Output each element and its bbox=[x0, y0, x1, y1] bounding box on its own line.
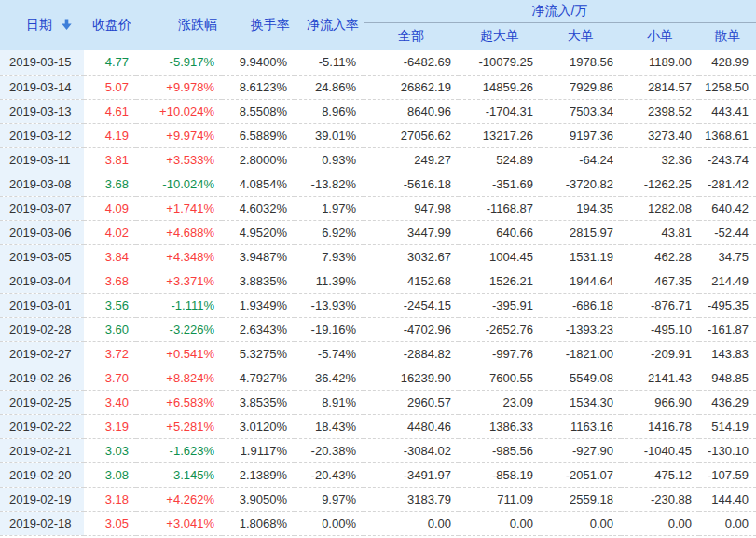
table-body: 2019-03-154.77-5.917%9.9400%-5.11%-6482.… bbox=[0, 50, 756, 535]
cell-turnover: 6.5889% bbox=[222, 123, 295, 147]
cell-inflow-rate: -19.16% bbox=[295, 317, 364, 341]
cell-all: 26862.19 bbox=[364, 75, 459, 99]
cell-all: 249.27 bbox=[364, 147, 459, 172]
cell-super-large: -351.69 bbox=[459, 172, 541, 196]
cell-large: 1978.56 bbox=[541, 50, 621, 75]
cell-inflow-rate: 8.91% bbox=[295, 390, 364, 414]
cell-large: 5549.08 bbox=[541, 366, 621, 390]
cell-retail: 214.49 bbox=[699, 269, 756, 293]
cell-inflow-rate: 9.97% bbox=[295, 487, 364, 511]
cell-retail: -243.74 bbox=[699, 147, 756, 172]
table-row: 2019-03-145.07+9.978%8.6123%24.86%26862.… bbox=[0, 75, 756, 99]
cell-large: 1534.30 bbox=[541, 390, 621, 414]
cell-inflow-rate: 8.96% bbox=[295, 99, 364, 123]
cell-super-large: 0.00 bbox=[459, 511, 541, 535]
cell-turnover: 3.9050% bbox=[222, 487, 295, 511]
table-row: 2019-02-183.05+3.041%1.8068%0.00%0.000.0… bbox=[0, 511, 756, 535]
cell-change: +3.371% bbox=[136, 269, 222, 293]
cell-small: 1282.08 bbox=[621, 196, 699, 220]
col-header-date[interactable]: 日期 bbox=[0, 0, 84, 50]
cell-inflow-rate: 36.42% bbox=[295, 366, 364, 390]
cell-turnover: 3.8835% bbox=[222, 269, 295, 293]
cell-retail: -130.10 bbox=[699, 438, 756, 462]
cell-retail: 0.00 bbox=[699, 511, 756, 535]
cell-all: 8640.96 bbox=[364, 99, 459, 123]
cell-date: 2019-02-22 bbox=[0, 414, 84, 438]
cell-small: 2814.57 bbox=[621, 75, 699, 99]
cell-retail: -281.42 bbox=[699, 172, 756, 196]
cell-change: +5.281% bbox=[136, 414, 222, 438]
cell-change: -10.024% bbox=[136, 172, 222, 196]
table-row: 2019-03-113.81+3.533%2.8000%0.93%249.275… bbox=[0, 147, 756, 172]
cell-change: +3.533% bbox=[136, 147, 222, 172]
cell-small: -475.12 bbox=[621, 462, 699, 487]
cell-close: 4.77 bbox=[84, 50, 136, 75]
cell-small: -495.10 bbox=[621, 317, 699, 341]
cell-large: -64.24 bbox=[541, 147, 621, 172]
cell-close: 3.40 bbox=[84, 390, 136, 414]
col-header-close: 收盘价 bbox=[84, 0, 136, 50]
cell-turnover: 1.9349% bbox=[222, 293, 295, 317]
cell-inflow-rate: 6.92% bbox=[295, 220, 364, 244]
cell-small: -876.71 bbox=[621, 293, 699, 317]
cell-close: 3.68 bbox=[84, 172, 136, 196]
cell-change: +4.262% bbox=[136, 487, 222, 511]
cell-large: 1163.16 bbox=[541, 414, 621, 438]
cell-date: 2019-03-15 bbox=[0, 50, 84, 75]
cell-inflow-rate: -20.43% bbox=[295, 462, 364, 487]
cell-small: -209.91 bbox=[621, 341, 699, 366]
cell-change: +6.583% bbox=[136, 390, 222, 414]
cell-super-large: 1004.45 bbox=[459, 244, 541, 269]
cell-retail: 436.29 bbox=[699, 390, 756, 414]
cell-small: 1416.78 bbox=[621, 414, 699, 438]
cell-small: 2398.52 bbox=[621, 99, 699, 123]
cell-retail: -495.35 bbox=[699, 293, 756, 317]
cell-close: 3.08 bbox=[84, 462, 136, 487]
cell-all: 947.98 bbox=[364, 196, 459, 220]
cell-close: 3.56 bbox=[84, 293, 136, 317]
cell-turnover: 4.9520% bbox=[222, 220, 295, 244]
cell-close: 3.19 bbox=[84, 414, 136, 438]
cell-change: +9.978% bbox=[136, 75, 222, 99]
cell-retail: 640.42 bbox=[699, 196, 756, 220]
cell-close: 3.81 bbox=[84, 147, 136, 172]
stock-flow-table: 日期 收盘价 涨跌幅 换手率 净流入率 净流入/万 全部 超大单 大单 小单 散… bbox=[0, 0, 756, 536]
cell-inflow-rate: 0.00% bbox=[295, 511, 364, 535]
sort-descending-arrow-icon[interactable] bbox=[61, 19, 73, 31]
cell-turnover: 3.8535% bbox=[222, 390, 295, 414]
cell-super-large: 711.09 bbox=[459, 487, 541, 511]
cell-all: -3084.02 bbox=[364, 438, 459, 462]
cell-all: 4152.68 bbox=[364, 269, 459, 293]
cell-change: +9.974% bbox=[136, 123, 222, 147]
cell-large: 7929.86 bbox=[541, 75, 621, 99]
table-row: 2019-02-203.08-3.145%2.1389%-20.43%-3491… bbox=[0, 462, 756, 487]
cell-super-large: 7600.55 bbox=[459, 366, 541, 390]
cell-all: 3447.99 bbox=[364, 220, 459, 244]
cell-date: 2019-03-08 bbox=[0, 172, 84, 196]
cell-small: 3273.40 bbox=[621, 123, 699, 147]
cell-close: 3.18 bbox=[84, 487, 136, 511]
cell-retail: 143.83 bbox=[699, 341, 756, 366]
cell-super-large: 23.09 bbox=[459, 390, 541, 414]
cell-small: -1040.45 bbox=[621, 438, 699, 462]
cell-retail: -107.59 bbox=[699, 462, 756, 487]
cell-change: +3.041% bbox=[136, 511, 222, 535]
cell-retail: -161.87 bbox=[699, 317, 756, 341]
cell-super-large: 640.66 bbox=[459, 220, 541, 244]
table-row: 2019-02-223.19+5.281%3.0120%18.43%4480.4… bbox=[0, 414, 756, 438]
cell-large: 1531.19 bbox=[541, 244, 621, 269]
cell-turnover: 2.1389% bbox=[222, 462, 295, 487]
cell-inflow-rate: -5.11% bbox=[295, 50, 364, 75]
cell-retail: 34.75 bbox=[699, 244, 756, 269]
cell-large: 0.00 bbox=[541, 511, 621, 535]
cell-super-large: 1386.33 bbox=[459, 414, 541, 438]
cell-date: 2019-03-06 bbox=[0, 220, 84, 244]
cell-small: -230.88 bbox=[621, 487, 699, 511]
cell-change: -1.111% bbox=[136, 293, 222, 317]
cell-date: 2019-03-13 bbox=[0, 99, 84, 123]
table-row: 2019-03-013.56-1.111%1.9349%-13.93%-2454… bbox=[0, 293, 756, 317]
cell-inflow-rate: -20.38% bbox=[295, 438, 364, 462]
table-row: 2019-03-064.02+4.688%4.9520%6.92%3447.99… bbox=[0, 220, 756, 244]
table-row: 2019-03-134.61+10.024%8.5508%8.96%8640.9… bbox=[0, 99, 756, 123]
cell-all: -5616.18 bbox=[364, 172, 459, 196]
